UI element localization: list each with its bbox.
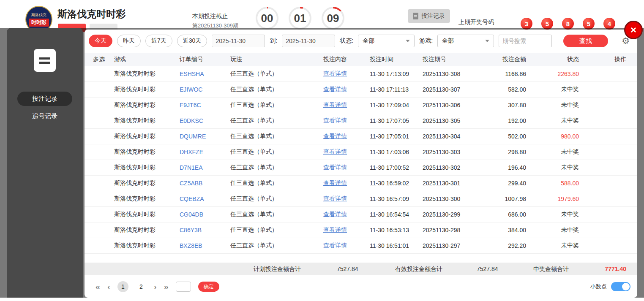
period-search-input[interactable]: [499, 35, 552, 47]
cell-bet-amount: 686.00: [486, 206, 528, 222]
page-jump-input[interactable]: [176, 282, 191, 292]
cell-checkbox[interactable]: [85, 128, 112, 144]
cell-checkbox[interactable]: [85, 113, 112, 128]
countdown-ring: 00: [256, 7, 278, 30]
cell-game: 斯洛伐克时时彩: [112, 97, 177, 113]
cell-detail-link[interactable]: 查看详情: [321, 113, 368, 128]
cell-game: 斯洛伐克时时彩: [112, 238, 177, 253]
cell-detail-link-text[interactable]: 查看详情: [323, 101, 347, 108]
cell-bet-amount: 384.00: [486, 222, 528, 238]
next-page-icon[interactable]: ›: [154, 282, 157, 291]
cell-detail-link[interactable]: 查看详情: [321, 97, 368, 113]
cell-detail-link[interactable]: 查看详情: [321, 238, 368, 253]
cell-detail-link-text[interactable]: 查看详情: [323, 211, 347, 217]
filter-bar: 今天昨天近7天近30天 到: 状态: 全部 游戏: 全部 查找 ⚙: [89, 34, 633, 48]
quick-filter-3[interactable]: 近7天: [145, 35, 172, 47]
search-button[interactable]: 查找: [563, 35, 608, 47]
cell-bet-period: 20251130-308: [420, 66, 486, 81]
cell-detail-link-text[interactable]: 查看详情: [323, 195, 347, 202]
cell-checkbox[interactable]: [85, 191, 112, 206]
cell-checkbox[interactable]: [85, 222, 112, 238]
cell-play-type: 任三直选（单式）: [228, 97, 321, 113]
cell-play-type: 任三直选（单式）: [228, 144, 321, 160]
table-row: 斯洛伐克时时彩E9JT6C任三直选（单式）查看详情11-30 17:09:042…: [85, 97, 637, 113]
cell-detail-link[interactable]: 查看详情: [321, 191, 368, 206]
cell-checkbox[interactable]: [85, 238, 112, 253]
game-select[interactable]: 全部: [437, 35, 494, 47]
cell-checkbox[interactable]: [85, 144, 112, 160]
cell-game: 斯洛伐克时时彩: [112, 160, 177, 175]
cell-action: [581, 144, 637, 160]
valid-total-value: 7527.84: [477, 263, 498, 275]
cell-action: [581, 222, 637, 238]
table-row: 斯洛伐克时时彩D7N1EA任三直选（单式）查看详情11-30 17:00:522…: [85, 160, 637, 175]
column-header-game: 游戏: [112, 53, 177, 66]
cell-bet-period: 20251130-297: [420, 238, 486, 253]
cell-status: 1979.60: [528, 191, 581, 206]
cell-order-id-text: C86Y3B: [180, 227, 202, 233]
decimal-toggle[interactable]: [611, 282, 630, 291]
cell-detail-link[interactable]: 查看详情: [321, 144, 368, 160]
sidebar-item-bet-records[interactable]: 投注记录: [17, 92, 72, 106]
cell-bet-period: 20251130-305: [420, 113, 486, 128]
cell-game: 斯洛伐克时时彩: [112, 175, 177, 191]
page-button-1[interactable]: 1: [117, 281, 128, 292]
column-header-status: 状态: [528, 53, 581, 66]
cell-order-id-text: D7N1EA: [180, 164, 202, 171]
cell-detail-link[interactable]: 查看详情: [321, 128, 368, 144]
cell-detail-link-text[interactable]: 查看详情: [323, 164, 347, 171]
cell-checkbox[interactable]: [85, 97, 112, 113]
cell-detail-link[interactable]: 查看详情: [321, 206, 368, 222]
cell-detail-link-text[interactable]: 查看详情: [323, 70, 347, 77]
quick-filter-2[interactable]: 昨天: [117, 35, 141, 47]
cell-bet-amount: 298.80: [486, 144, 528, 160]
page-title: 斯洛伐克时时彩: [57, 8, 126, 21]
cell-status: 未中奖: [528, 144, 581, 160]
quick-filter-4[interactable]: 近30天: [177, 35, 207, 47]
cell-detail-link-text[interactable]: 查看详情: [323, 86, 347, 92]
cell-detail-link[interactable]: 查看详情: [321, 160, 368, 175]
table-header: 多选游戏订单编号玩法投注内容投注时间投注期号投注金额状态操作: [85, 53, 637, 66]
first-page-icon[interactable]: «: [96, 282, 100, 291]
cell-detail-link-text[interactable]: 查看详情: [323, 133, 347, 139]
cell-detail-link-text[interactable]: 查看详情: [323, 148, 347, 155]
column-header-amount: 投注金额: [486, 53, 528, 66]
cell-bet-period: 20251130-300: [420, 191, 486, 206]
cell-play-type: 任三直选（单式）: [228, 175, 321, 191]
last-page-icon[interactable]: »: [164, 282, 168, 291]
page-button-2[interactable]: 2: [136, 281, 147, 292]
cell-checkbox[interactable]: [85, 206, 112, 222]
quick-filter-1[interactable]: 今天: [89, 35, 112, 47]
close-button[interactable]: ×: [624, 21, 643, 39]
prev-page-icon[interactable]: ‹: [107, 282, 110, 291]
cell-detail-link[interactable]: 查看详情: [321, 222, 368, 238]
cell-checkbox[interactable]: [85, 66, 112, 81]
cell-detail-link-text[interactable]: 查看详情: [323, 179, 347, 186]
cell-order-id: E9JT6C: [177, 97, 228, 113]
confirm-page-button[interactable]: 确定: [198, 282, 219, 292]
cell-detail-link-text[interactable]: 查看详情: [323, 226, 347, 233]
sidebar-item-chase-records[interactable]: 追号记录: [17, 109, 72, 123]
cell-bet-time: 11-30 17:11:13: [368, 81, 420, 97]
date-from-input[interactable]: [212, 35, 265, 47]
decimal-setting: 小数点: [590, 282, 630, 291]
cell-detail-link-text[interactable]: 查看详情: [323, 242, 347, 249]
cell-detail-link[interactable]: 查看详情: [321, 175, 368, 191]
date-to-input[interactable]: [282, 35, 335, 47]
logo-text-band: 时时彩: [29, 19, 49, 27]
cell-checkbox[interactable]: [85, 81, 112, 97]
cell-action: [581, 66, 637, 81]
cell-detail-link[interactable]: 查看详情: [321, 66, 368, 81]
cell-checkbox[interactable]: [85, 160, 112, 175]
chevron-down-icon: [406, 40, 410, 42]
cell-detail-link[interactable]: 查看详情: [321, 81, 368, 97]
status-select[interactable]: 全部: [358, 35, 415, 47]
cell-checkbox[interactable]: [85, 175, 112, 191]
cell-action: [581, 113, 637, 128]
records-doc-icon: [34, 49, 56, 72]
chevron-down-icon: [485, 40, 489, 42]
cell-detail-link-text[interactable]: 查看详情: [323, 117, 347, 124]
cell-status: 未中奖: [528, 160, 581, 175]
cell-bet-amount: 1007.98: [486, 191, 528, 206]
bet-records-button[interactable]: 投注记录: [408, 9, 450, 23]
